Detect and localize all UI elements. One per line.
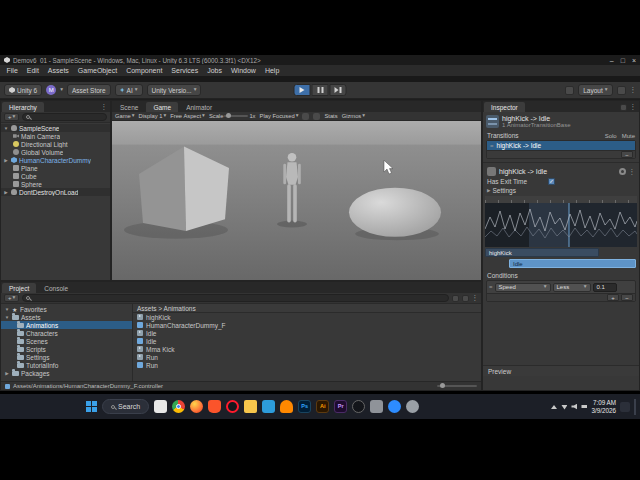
- wifi-icon[interactable]: [561, 404, 567, 410]
- project-menu-dots[interactable]: ⋮: [472, 294, 479, 302]
- project-create-button[interactable]: + ▾: [4, 294, 19, 302]
- folder-assets[interactable]: ▼ Assets: [1, 313, 132, 321]
- step-button[interactable]: [330, 84, 347, 96]
- hidden-packages-icon[interactable]: [462, 295, 469, 302]
- battery-icon[interactable]: [581, 404, 587, 410]
- foldout-icon[interactable]: ▼: [3, 126, 9, 131]
- ai-dropdown[interactable]: AI ▾: [115, 84, 143, 96]
- condition-value-field[interactable]: 0.1: [593, 283, 617, 292]
- notification-center-icon[interactable]: [620, 402, 630, 412]
- project-search-input[interactable]: [22, 294, 448, 302]
- volume-icon[interactable]: [571, 404, 577, 410]
- file-idle-1[interactable]: Idle: [133, 329, 481, 337]
- stats-button[interactable]: Stats: [324, 113, 337, 119]
- create-object-button[interactable]: + ▾: [4, 113, 19, 121]
- drag-handle-icon[interactable]: =: [489, 284, 493, 290]
- transition-waveform[interactable]: [485, 203, 637, 247]
- close-button[interactable]: ×: [632, 57, 636, 64]
- asset-store-button[interactable]: Asset Store: [67, 84, 111, 96]
- hierarchy-menu-dots[interactable]: ⋮: [101, 103, 108, 111]
- zoom-slider-knob[interactable]: [440, 383, 445, 388]
- menu-jobs[interactable]: Jobs: [203, 67, 227, 74]
- undo-history-icon[interactable]: [565, 86, 574, 95]
- firefox-icon[interactable]: [190, 400, 203, 413]
- file-idle-2[interactable]: Idle: [133, 337, 481, 345]
- favorites-foldout[interactable]: ▼ ★ Favorites: [1, 305, 132, 313]
- folder-packages[interactable]: ▶ Packages: [1, 369, 132, 377]
- scale-slider[interactable]: [224, 115, 248, 117]
- menu-help[interactable]: Help: [260, 67, 283, 74]
- scene-header-samplescene[interactable]: ▼ SampleScene: [1, 124, 110, 132]
- drag-handle-icon[interactable]: =: [490, 143, 494, 149]
- tab-hierarchy[interactable]: Hierarchy: [2, 102, 44, 112]
- unity-version-dropdown[interactable]: Unity Versio... ▾: [147, 84, 202, 96]
- game-menu-dropdown[interactable]: Game▾: [115, 113, 135, 119]
- hierarchy-item-plane[interactable]: Plane: [1, 164, 110, 172]
- taskbar-search[interactable]: Search: [102, 399, 149, 414]
- context-menu-dots[interactable]: ⋮: [629, 168, 636, 176]
- display-dropdown[interactable]: Display 1▾: [139, 113, 167, 119]
- condition-operator-dropdown[interactable]: Less▾: [553, 283, 591, 292]
- notification-bell-icon[interactable]: [617, 86, 626, 95]
- hierarchy-item-humancharacterdummy[interactable]: ▶ HumanCharacterDummy: [1, 156, 110, 164]
- asset-zoom-slider[interactable]: [437, 385, 477, 387]
- menu-gameobject[interactable]: GameObject: [73, 67, 121, 74]
- foldout-icon[interactable]: ▶: [3, 190, 9, 195]
- premiere-icon[interactable]: Pr: [334, 400, 347, 413]
- settings-icon[interactable]: [406, 400, 419, 413]
- file-explorer-icon[interactable]: [244, 400, 257, 413]
- pause-button[interactable]: [312, 84, 329, 96]
- tab-animator[interactable]: Animator: [179, 102, 219, 112]
- remove-condition-button[interactable]: −: [621, 294, 633, 301]
- add-condition-button[interactable]: +: [607, 294, 619, 301]
- destination-state-bar[interactable]: Idle: [509, 259, 636, 268]
- taskbar-clock[interactable]: 7:09 AM 3/9/2026: [591, 399, 616, 415]
- zoom-icon[interactable]: [388, 400, 401, 413]
- vlc-icon[interactable]: [280, 400, 293, 413]
- hierarchy-item-directional-light[interactable]: Directional Light: [1, 140, 110, 148]
- scale-slider-knob[interactable]: [226, 113, 231, 118]
- inspector-menu-dots[interactable]: ⋮: [630, 103, 637, 111]
- vscode-icon[interactable]: [262, 400, 275, 413]
- tab-game[interactable]: Game: [146, 102, 178, 112]
- condition-parameter-dropdown[interactable]: Speed▾: [495, 283, 551, 292]
- opera-icon[interactable]: [226, 400, 239, 413]
- folder-scenes[interactable]: Scenes: [1, 337, 132, 345]
- hierarchy-item-global-volume[interactable]: Global Volume: [1, 148, 110, 156]
- file-mma-kick[interactable]: Mma Kick: [133, 345, 481, 353]
- tab-inspector[interactable]: Inspector: [484, 102, 525, 112]
- menu-window[interactable]: Window: [227, 67, 261, 74]
- unity-version-badge[interactable]: Unity 6: [4, 84, 42, 96]
- file-highkick[interactable]: highKick: [133, 313, 481, 321]
- tray-expand-icon[interactable]: [551, 405, 557, 409]
- illustrator-icon[interactable]: Ai: [316, 400, 329, 413]
- game-viewport[interactable]: [112, 121, 481, 280]
- toolbar-menu-dots[interactable]: ⋮: [630, 86, 637, 94]
- photoshop-icon[interactable]: Ps: [298, 400, 311, 413]
- preview-section-header[interactable]: Preview: [483, 365, 639, 376]
- hierarchy-search-input[interactable]: [22, 113, 107, 121]
- brave-icon[interactable]: [208, 400, 221, 413]
- menu-component[interactable]: Component: [122, 67, 167, 74]
- tab-project[interactable]: Project: [2, 283, 36, 293]
- transition-list-item[interactable]: = highKick -> Idle: [487, 141, 635, 150]
- filter-icon[interactable]: [452, 295, 459, 302]
- obs-icon[interactable]: [352, 400, 365, 413]
- gizmos-dropdown[interactable]: Gizmos▾: [342, 113, 365, 119]
- account-avatar[interactable]: M: [46, 85, 56, 95]
- show-desktop-button[interactable]: [634, 399, 636, 415]
- file-run-2[interactable]: Run: [133, 361, 481, 369]
- lock-icon[interactable]: [620, 104, 627, 111]
- taskbar-app-icon[interactable]: [154, 400, 167, 413]
- camera-app-icon[interactable]: [370, 400, 383, 413]
- play-focused-dropdown[interactable]: Play Focused▾: [260, 113, 299, 119]
- menu-file[interactable]: File: [2, 67, 22, 74]
- scene-header-dontdestroyonload[interactable]: ▶ DontDestroyOnLoad: [1, 188, 110, 196]
- hierarchy-item-main-camera[interactable]: Main Camera: [1, 132, 110, 140]
- menu-services[interactable]: Services: [167, 67, 203, 74]
- file-humancharacterdummy-f[interactable]: HumanCharacterDummy_F: [133, 321, 481, 329]
- layout-dropdown[interactable]: Layout ▾: [578, 84, 612, 96]
- maximize-button[interactable]: □: [621, 57, 625, 64]
- folder-scripts[interactable]: Scripts: [1, 345, 132, 353]
- remove-transition-button[interactable]: −: [621, 151, 633, 158]
